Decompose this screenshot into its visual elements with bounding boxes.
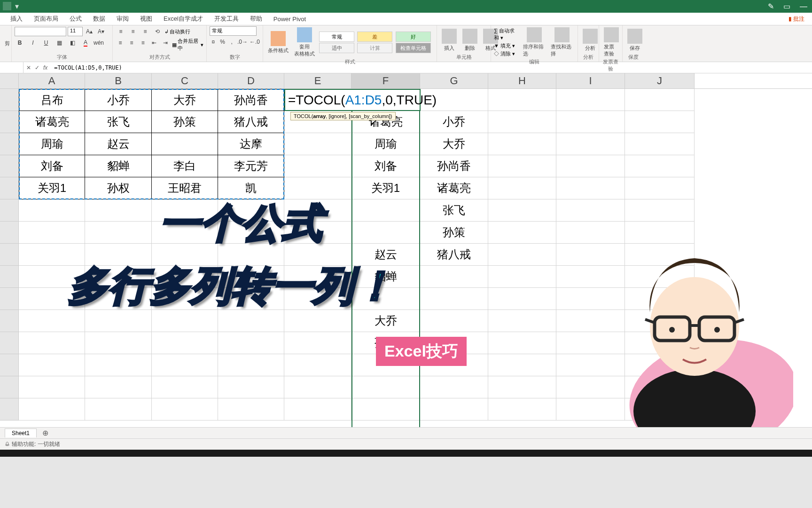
cell-C14[interactable] bbox=[152, 376, 218, 398]
cell-E14[interactable] bbox=[284, 376, 351, 398]
cell-D13[interactable] bbox=[218, 354, 284, 376]
cell-C1[interactable]: 大乔 bbox=[152, 89, 218, 111]
cell-D8[interactable] bbox=[218, 244, 284, 266]
cell-G9[interactable] bbox=[420, 266, 488, 288]
indent-dec-icon[interactable]: ⇤ bbox=[149, 38, 159, 48]
percent-icon[interactable]: % bbox=[219, 37, 226, 47]
cell-C9[interactable] bbox=[152, 266, 218, 288]
cell-H11[interactable] bbox=[488, 310, 556, 332]
cell-H14[interactable] bbox=[488, 376, 556, 398]
tab-page-layout[interactable]: 页面布局 bbox=[28, 13, 64, 25]
cell-E9[interactable] bbox=[284, 266, 351, 288]
grow-font-icon[interactable]: A▴ bbox=[84, 26, 94, 37]
cell-D11[interactable] bbox=[218, 310, 284, 332]
cell-B9[interactable] bbox=[85, 266, 152, 288]
cell-B12[interactable] bbox=[85, 332, 152, 354]
cell-C10[interactable] bbox=[152, 288, 218, 310]
bold-button[interactable]: B bbox=[15, 38, 25, 48]
cell-G11[interactable] bbox=[420, 310, 488, 332]
dec-decimal-icon[interactable]: ←.0 bbox=[250, 37, 260, 47]
cell-G2[interactable]: 小乔 bbox=[420, 111, 488, 133]
cell-B5[interactable]: 孙权 bbox=[85, 177, 152, 199]
cell-I4[interactable] bbox=[556, 155, 625, 177]
currency-icon[interactable]: ¤ bbox=[210, 37, 217, 47]
cell-B4[interactable]: 貂蝉 bbox=[85, 155, 152, 177]
comma-icon[interactable]: , bbox=[228, 37, 235, 47]
font-family-combo[interactable] bbox=[15, 27, 66, 36]
ribbon-display-icon[interactable]: ▭ bbox=[783, 2, 790, 11]
indent-inc-icon[interactable]: ⇥ bbox=[161, 38, 170, 48]
analyze-button[interactable]: 分析 bbox=[581, 28, 600, 53]
cell-C12[interactable] bbox=[152, 332, 218, 354]
cancel-icon[interactable]: ✕ bbox=[26, 64, 31, 71]
underline-button[interactable]: U bbox=[41, 38, 51, 48]
tab-developer[interactable]: 开发工具 bbox=[209, 13, 244, 25]
cell-C3[interactable] bbox=[152, 133, 218, 155]
autosum-button[interactable]: ∑ 自动求和 ▾ bbox=[494, 27, 519, 41]
align-left-icon[interactable]: ≡ bbox=[116, 38, 125, 48]
cell-I3[interactable] bbox=[556, 133, 625, 155]
cell-H9[interactable] bbox=[488, 266, 556, 288]
cell-G15[interactable] bbox=[420, 398, 488, 421]
row-header[interactable] bbox=[0, 111, 19, 133]
shrink-font-icon[interactable]: A▾ bbox=[96, 26, 106, 37]
cell-H13[interactable] bbox=[488, 354, 556, 376]
align-bottom-icon[interactable]: ≡ bbox=[140, 26, 150, 37]
cell-C8[interactable] bbox=[152, 244, 218, 266]
cell-A8[interactable] bbox=[19, 244, 85, 266]
cell-D7[interactable] bbox=[218, 222, 284, 244]
cell-D12[interactable] bbox=[218, 332, 284, 354]
sheet-tab-1[interactable]: Sheet1 bbox=[5, 429, 37, 437]
select-all-corner[interactable] bbox=[0, 73, 19, 88]
number-format-combo[interactable]: 常规 bbox=[210, 26, 257, 36]
inc-decimal-icon[interactable]: .0→ bbox=[237, 37, 248, 47]
cell-C13[interactable] bbox=[152, 354, 218, 376]
name-box[interactable] bbox=[0, 62, 23, 73]
cell-A11[interactable] bbox=[19, 310, 85, 332]
tab-formulas[interactable]: 公式 bbox=[64, 13, 87, 25]
row-header[interactable] bbox=[0, 310, 19, 332]
align-top-icon[interactable]: ≡ bbox=[116, 26, 126, 37]
align-middle-icon[interactable]: ≡ bbox=[128, 26, 138, 37]
font-size-combo[interactable]: 11 bbox=[68, 27, 83, 36]
cell-A15[interactable] bbox=[19, 398, 85, 421]
align-right-icon[interactable]: ≡ bbox=[138, 38, 148, 48]
col-header-B[interactable]: B bbox=[85, 73, 152, 88]
fill-color-button[interactable]: ◧ bbox=[67, 38, 78, 48]
cell-D3[interactable]: 达摩 bbox=[218, 133, 284, 155]
cell-F15[interactable] bbox=[351, 398, 420, 421]
cell-C5[interactable]: 王昭君 bbox=[152, 177, 218, 199]
row-header[interactable] bbox=[0, 354, 19, 376]
row-header[interactable] bbox=[0, 288, 19, 310]
clear-button[interactable]: ◇ 清除 ▾ bbox=[494, 50, 519, 57]
cell-F7[interactable] bbox=[351, 222, 420, 244]
cell-B10[interactable] bbox=[85, 288, 152, 310]
cell-H6[interactable] bbox=[488, 199, 556, 222]
cell-B1[interactable]: 小乔 bbox=[85, 89, 152, 111]
fill-button[interactable]: ▼ 填充 ▾ bbox=[494, 42, 519, 49]
video-progress-bar[interactable] bbox=[0, 450, 812, 457]
cell-A5[interactable]: 关羽1 bbox=[19, 177, 85, 199]
cell-B11[interactable] bbox=[85, 310, 152, 332]
row-header[interactable] bbox=[0, 133, 19, 155]
formula-input[interactable]: =TOCOL(A1:D5,0,TRUE) bbox=[50, 64, 812, 71]
speak-icon[interactable]: ✎ bbox=[768, 2, 774, 11]
cell-A7[interactable] bbox=[19, 222, 85, 244]
style-good[interactable]: 好 bbox=[396, 32, 431, 42]
enter-icon[interactable]: ✓ bbox=[35, 64, 39, 71]
cell-A12[interactable] bbox=[19, 332, 85, 354]
tab-view[interactable]: 视图 bbox=[134, 13, 158, 25]
cell-A6[interactable] bbox=[19, 199, 85, 222]
tab-power-pivot[interactable]: Power Pivot bbox=[268, 13, 312, 25]
cell-F14[interactable] bbox=[351, 376, 420, 398]
col-header-H[interactable]: H bbox=[488, 73, 556, 88]
invoice-button[interactable]: 发票查验 bbox=[602, 26, 621, 58]
row-header[interactable] bbox=[0, 155, 19, 177]
cell-I1[interactable] bbox=[556, 89, 625, 111]
cell-J5[interactable] bbox=[625, 177, 695, 199]
tab-help[interactable]: 帮助 bbox=[244, 13, 268, 25]
cell-I5[interactable] bbox=[556, 177, 625, 199]
cell-H4[interactable] bbox=[488, 155, 556, 177]
cell-D5[interactable]: 凯 bbox=[218, 177, 284, 199]
cell-H7[interactable] bbox=[488, 222, 556, 244]
